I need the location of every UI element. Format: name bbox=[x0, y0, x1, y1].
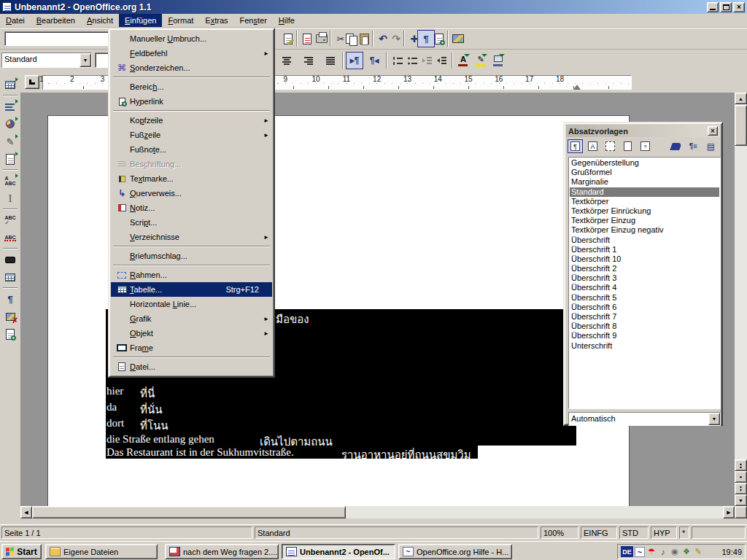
stylist-close-button[interactable]: × bbox=[708, 126, 718, 136]
menu-bearbeiten[interactable]: Bearbeiten bbox=[31, 14, 81, 27]
right-to-left-button[interactable]: ¶◂ bbox=[365, 52, 383, 69]
character-styles-button[interactable]: A bbox=[585, 139, 600, 153]
style-list-item[interactable]: Überschrift 9 bbox=[570, 331, 719, 341]
new-style-from-selection-button[interactable]: ¶≡ bbox=[686, 139, 701, 153]
left-to-right-button[interactable]: ▸¶ bbox=[346, 52, 363, 69]
taskbar-item-eigene-dateien[interactable]: Eigene Dateien bbox=[45, 544, 158, 559]
style-filter-combo[interactable]: Automatisch ▼ bbox=[568, 412, 721, 426]
menu-item-horizontale-linie[interactable]: Horizontale Linie... bbox=[111, 297, 272, 311]
style-list-item[interactable]: Überschrift 4 bbox=[570, 283, 719, 292]
scroll-left-button[interactable]: ◀ bbox=[20, 506, 32, 518]
status-selection-mode[interactable]: STD bbox=[619, 526, 649, 539]
style-list-item[interactable]: Überschrift 3 bbox=[570, 273, 719, 283]
graphics-on-off-button[interactable]: ✗ bbox=[1, 308, 19, 325]
status-insert-mode[interactable]: EINFG bbox=[581, 526, 617, 539]
restore-button[interactable]: ↷ bbox=[387, 30, 405, 47]
font-name-combo[interactable] bbox=[95, 52, 109, 68]
justify-button[interactable] bbox=[322, 52, 339, 69]
gallery-button[interactable] bbox=[430, 30, 448, 47]
style-list-item[interactable]: Textkörper bbox=[570, 197, 719, 206]
status-hyperlink-mode[interactable]: HYP bbox=[651, 526, 677, 539]
data-sources-button[interactable] bbox=[1, 268, 19, 286]
menu-item-script[interactable]: Script... bbox=[111, 215, 272, 230]
style-list-item[interactable]: Textkörper Einzug bbox=[570, 216, 719, 225]
insert-fields-button[interactable] bbox=[1, 98, 19, 115]
menu-item-verzeichnisse[interactable]: Verzeichnisse► bbox=[111, 230, 272, 244]
style-list[interactable]: GegenüberstellungGrußformelMarginalieSta… bbox=[568, 157, 721, 409]
style-list-item[interactable]: Überschrift 7 bbox=[570, 312, 719, 322]
taskbar-item-impress[interactable]: nach dem Weg fragen 2.... bbox=[165, 544, 279, 559]
scroll-down-button[interactable]: ▼ bbox=[735, 494, 747, 506]
auto-spellcheck-button[interactable]: ABC bbox=[1, 229, 19, 246]
menu-item-frame[interactable]: Frame bbox=[111, 341, 272, 355]
status-zoom[interactable]: 100% bbox=[541, 526, 578, 539]
next-page-button[interactable]: ▼▼ bbox=[735, 483, 747, 494]
menu-item-querverweis[interactable]: ↳Querverweis... bbox=[111, 186, 272, 201]
style-list-item[interactable]: Überschrift 6 bbox=[570, 303, 719, 312]
nonprinting-characters-button[interactable]: ¶ bbox=[1, 290, 19, 308]
menu-einfuegen[interactable]: Einfügen bbox=[119, 14, 162, 27]
autotext-button[interactable]: AABC bbox=[1, 172, 19, 190]
form-functions-button[interactable] bbox=[1, 150, 19, 168]
style-list-item[interactable]: Marginalie bbox=[570, 177, 719, 187]
vertical-scrollbar[interactable]: ▲ ▲▲ ● ▼▼ ▼ bbox=[735, 93, 747, 506]
menu-item-fussnote[interactable]: Fußnote... bbox=[111, 142, 272, 157]
style-list-item[interactable]: Grußformel bbox=[570, 168, 719, 177]
draw-functions-button[interactable]: ✎ bbox=[1, 133, 19, 150]
language-indicator[interactable]: DE bbox=[621, 546, 633, 557]
menu-item-briefumschlag[interactable]: Briefumschlag... bbox=[111, 249, 272, 263]
minimize-button[interactable] bbox=[707, 2, 719, 12]
start-button[interactable]: Start bbox=[1, 544, 42, 559]
menu-item-grafik[interactable]: Grafik► bbox=[111, 311, 272, 326]
antivirus-icon[interactable]: ☂ bbox=[646, 547, 657, 557]
vertical-scroll-thumb[interactable] bbox=[735, 105, 747, 146]
right-indent-marker[interactable] bbox=[573, 85, 581, 90]
menu-hilfe[interactable]: Hilfe bbox=[273, 14, 301, 27]
style-list-item[interactable]: Textkörper Einrückung bbox=[570, 206, 719, 216]
mouse-settings-icon[interactable]: ◉ bbox=[670, 547, 680, 557]
align-center-button[interactable] bbox=[278, 52, 295, 69]
load-url-field[interactable] bbox=[4, 31, 109, 46]
paste-button[interactable] bbox=[355, 30, 373, 47]
increase-indent-button[interactable] bbox=[433, 52, 450, 69]
quickstarter-icon[interactable]: ~ bbox=[635, 547, 645, 557]
direct-cursor-button[interactable]: I bbox=[1, 190, 19, 207]
insert-objects-button[interactable] bbox=[1, 115, 19, 133]
scroll-up-button[interactable]: ▲ bbox=[735, 93, 747, 104]
style-list-item[interactable]: Überschrift 1 bbox=[570, 245, 719, 254]
taskbar-item-help[interactable]: ~ OpenOffice.org Hilfe - H... bbox=[398, 544, 512, 559]
frame-styles-button[interactable] bbox=[603, 139, 618, 153]
page-styles-button[interactable] bbox=[620, 139, 635, 153]
stylist-title-bar[interactable]: Absatzvorlagen × bbox=[566, 125, 720, 137]
menu-fenster[interactable]: Fenster bbox=[234, 14, 273, 27]
previous-page-button[interactable]: ▲▲ bbox=[735, 459, 747, 471]
menu-datei[interactable]: Datei bbox=[0, 14, 31, 27]
menu-item-bereich[interactable]: Bereich... bbox=[111, 79, 272, 94]
menu-extras[interactable]: Extras bbox=[199, 14, 233, 27]
chevron-down-icon[interactable]: ▼ bbox=[80, 53, 91, 67]
style-list-item[interactable]: Überschrift 10 bbox=[570, 254, 719, 264]
tablet-pen-icon[interactable]: ✎ bbox=[693, 547, 703, 557]
menu-item-textmarke[interactable]: Textmarke... bbox=[111, 171, 272, 186]
menu-item-notiz[interactable]: Notiz... bbox=[111, 201, 272, 215]
paragraph-style-combo[interactable]: Standard ▼ bbox=[1, 52, 92, 68]
print-button[interactable] bbox=[313, 30, 330, 47]
taskbar-item-writer[interactable]: Unbenannt2 - OpenOf... bbox=[282, 544, 395, 559]
fill-format-mode-button[interactable] bbox=[668, 139, 684, 153]
scroll-right-button[interactable]: ▶ bbox=[723, 506, 735, 518]
paragraph-background-button[interactable] bbox=[489, 52, 507, 69]
horizontal-scroll-thumb[interactable] bbox=[32, 506, 346, 518]
style-list-item[interactable]: Unterschrift bbox=[570, 341, 719, 351]
menu-item-kopfzeile[interactable]: Kopfzeile► bbox=[111, 113, 272, 128]
style-list-item[interactable]: Überschrift 8 bbox=[570, 322, 719, 331]
close-button[interactable]: × bbox=[733, 2, 745, 12]
menu-item-fusszeile[interactable]: Fußzeile► bbox=[111, 128, 272, 142]
menu-item-sonderzeichen[interactable]: ⌘Sonderzeichen... bbox=[111, 61, 272, 75]
menu-item-objekt[interactable]: Objekt► bbox=[111, 326, 272, 341]
menu-item-tabelle[interactable]: Tabelle...Strg+F12 bbox=[111, 282, 272, 297]
style-list-item[interactable]: Überschrift 5 bbox=[570, 293, 719, 303]
removable-hardware-icon[interactable]: ❖ bbox=[681, 547, 692, 557]
style-list-item[interactable]: Standard bbox=[570, 187, 719, 197]
volume-icon[interactable]: ♪ bbox=[658, 547, 668, 557]
navigation-button[interactable]: ● bbox=[735, 471, 747, 483]
